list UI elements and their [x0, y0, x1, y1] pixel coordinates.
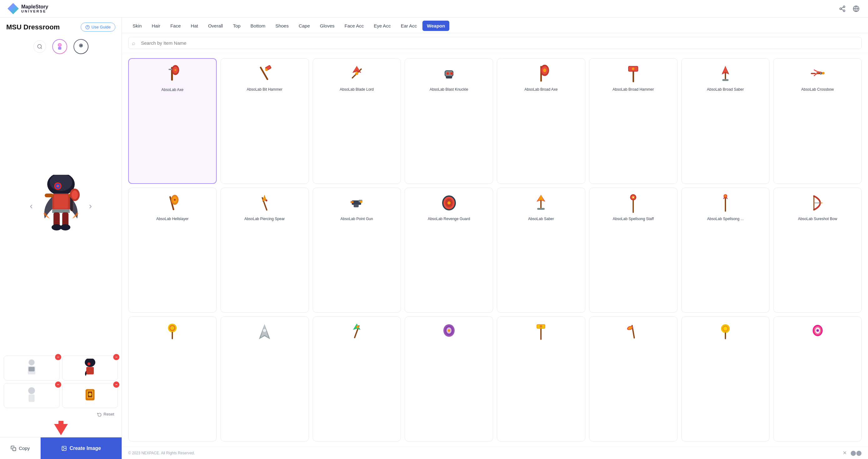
- svg-rect-44: [29, 394, 35, 402]
- item-icon-9: [161, 192, 184, 214]
- character-mode-2[interactable]: [73, 39, 89, 54]
- thumbnail-strip: − −: [0, 356, 122, 420]
- globe-icon[interactable]: [852, 4, 861, 13]
- copy-button[interactable]: Copy: [0, 437, 41, 459]
- item-absolab-broad-axe[interactable]: AbsoLab Broad Axe: [497, 58, 585, 184]
- item-icon-18: [253, 320, 276, 343]
- item-absolab-blade-lord[interactable]: AbsoLab Blade Lord: [313, 58, 401, 184]
- svg-point-96: [266, 200, 267, 201]
- item-grid: AbsoLab Axe AbsoLab Bit Hammer: [122, 53, 868, 447]
- item-absolab-hellslayer[interactable]: AbsoLab Hellslayer: [128, 188, 217, 313]
- item-absolab-blast-knuckle[interactable]: AbsoLab Blast Knuckle: [405, 58, 493, 184]
- svg-point-9: [37, 44, 41, 48]
- use-guide-button[interactable]: Use Guide: [81, 23, 115, 32]
- item-21[interactable]: [497, 316, 585, 441]
- character-mode-1[interactable]: [52, 39, 67, 54]
- item-absolab-spellsong-2[interactable]: AbsoLab Spellsong ...: [681, 188, 770, 313]
- item-name-11: AbsoLab Point Gun: [341, 217, 373, 222]
- footer-icons: ✕ ⬤⬤: [843, 450, 862, 456]
- discord-icon[interactable]: ⬤⬤: [850, 450, 862, 456]
- svg-rect-88: [820, 72, 822, 75]
- thumbnail-1[interactable]: −: [4, 356, 60, 380]
- twitter-icon[interactable]: ✕: [843, 450, 847, 456]
- item-absolab-axe[interactable]: AbsoLab Axe: [128, 58, 217, 184]
- svg-point-124: [170, 326, 174, 330]
- tab-skin[interactable]: Skin: [128, 21, 146, 31]
- item-absolab-piercing-spear[interactable]: AbsoLab Piercing Spear: [220, 188, 309, 313]
- item-name-6: AbsoLab Broad Hammer: [613, 87, 654, 92]
- thumbnail-4[interactable]: −: [62, 383, 118, 408]
- item-absolab-point-gun[interactable]: AbsoLab Point Gun: [313, 188, 401, 313]
- character-svg: [36, 175, 86, 237]
- item-name-9: AbsoLab Hellslayer: [156, 217, 189, 222]
- item-name-12: AbsoLab Revenge Guard: [428, 217, 470, 222]
- item-icon-8: [806, 62, 829, 85]
- svg-point-36: [60, 224, 70, 231]
- item-name-5: AbsoLab Broad Axe: [524, 87, 558, 92]
- svg-rect-39: [29, 367, 35, 371]
- next-arrow[interactable]: ›: [89, 201, 92, 211]
- item-absolab-broad-saber[interactable]: AbsoLab Broad Saber: [681, 58, 770, 184]
- tab-top[interactable]: Top: [228, 21, 245, 31]
- footer-copyright: © 2023 NEXPACE. All Rights Reserved.: [128, 451, 195, 455]
- tab-overall[interactable]: Overall: [204, 21, 227, 31]
- item-absolab-saber[interactable]: AbsoLab Saber: [497, 188, 585, 313]
- tab-cape[interactable]: Cape: [294, 21, 314, 31]
- thumbnail-2[interactable]: −: [62, 356, 118, 380]
- svg-point-56: [175, 69, 176, 71]
- reset-button[interactable]: Reset: [95, 410, 117, 418]
- item-icon-3: [345, 62, 368, 85]
- item-19[interactable]: [313, 316, 401, 441]
- tab-eye-acc[interactable]: Eye Acc: [369, 21, 395, 31]
- svg-point-52: [63, 447, 64, 448]
- prev-arrow[interactable]: ‹: [30, 201, 33, 211]
- item-icon-2: [253, 62, 276, 85]
- tab-hat[interactable]: Hat: [186, 21, 202, 31]
- svg-point-0: [843, 6, 845, 7]
- item-name-10: AbsoLab Piercing Spear: [244, 217, 284, 222]
- svg-line-4: [841, 7, 843, 8]
- item-name-16: AbsoLab Sureshot Bow: [798, 217, 837, 222]
- tab-hair[interactable]: Hair: [147, 21, 165, 31]
- tab-shoes[interactable]: Shoes: [271, 21, 293, 31]
- search-button[interactable]: [33, 40, 46, 53]
- item-17[interactable]: [128, 316, 217, 441]
- item-24[interactable]: [773, 316, 862, 441]
- item-22[interactable]: [589, 316, 678, 441]
- tab-gloves[interactable]: Gloves: [315, 21, 339, 31]
- item-23[interactable]: [681, 316, 770, 441]
- item-absolab-spellsong-staff[interactable]: AbsoLab Spellsong Staff: [589, 188, 678, 313]
- item-icon-1: [161, 63, 184, 85]
- svg-rect-99: [354, 204, 359, 207]
- svg-point-48: [89, 393, 92, 396]
- svg-rect-42: [86, 367, 94, 374]
- item-absolab-sureshot-bow[interactable]: AbsoLab Sureshot Bow: [773, 188, 862, 313]
- item-icon-4: [438, 62, 460, 85]
- svg-point-16: [80, 45, 82, 46]
- svg-rect-109: [537, 208, 545, 210]
- tab-face-acc[interactable]: Face Acc: [340, 21, 368, 31]
- svg-rect-12: [58, 47, 61, 50]
- svg-marker-49: [54, 421, 68, 435]
- item-20[interactable]: [405, 316, 493, 441]
- item-absolab-broad-hammer[interactable]: AbsoLab Broad Hammer: [589, 58, 678, 184]
- tab-ear-acc[interactable]: Ear Acc: [397, 21, 422, 31]
- svg-point-118: [724, 195, 726, 197]
- logo-text: MapleStory UNIVERSE: [21, 4, 48, 13]
- search-input[interactable]: [128, 37, 862, 49]
- item-absolab-revenge-guard[interactable]: AbsoLab Revenge Guard: [405, 188, 493, 313]
- tab-weapon[interactable]: Weapon: [423, 21, 449, 31]
- create-image-button[interactable]: Create Image: [41, 437, 122, 459]
- tab-face[interactable]: Face: [166, 21, 185, 31]
- right-footer: © 2023 NEXPACE. All Rights Reserved. ✕ ⬤…: [122, 447, 868, 459]
- item-absolab-crossbow[interactable]: AbsoLab Crossbow: [773, 58, 862, 184]
- svg-rect-115: [725, 197, 726, 212]
- logo: MapleStory UNIVERSE: [7, 3, 48, 14]
- svg-point-65: [355, 72, 358, 75]
- tab-bottom[interactable]: Bottom: [246, 21, 270, 31]
- share-icon[interactable]: [838, 4, 847, 13]
- thumbnail-3[interactable]: −: [4, 383, 60, 408]
- category-tabs: Skin Hair Face Hat Overall Top Bottom Sh…: [122, 18, 868, 33]
- item-absolab-bit-hammer[interactable]: AbsoLab Bit Hammer: [220, 58, 309, 184]
- item-18[interactable]: [220, 316, 309, 441]
